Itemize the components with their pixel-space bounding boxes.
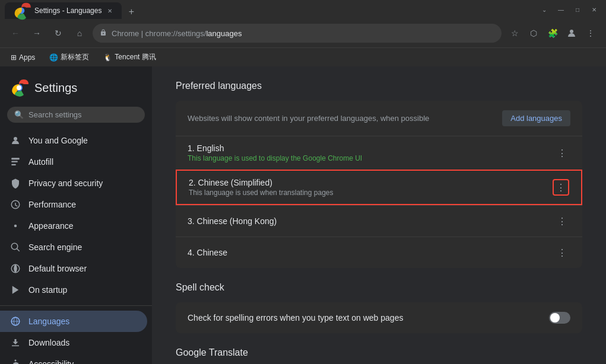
bookmark-new-tab[interactable]: 🌐 新标签页 bbox=[46, 51, 93, 63]
maximize-button[interactable]: □ bbox=[570, 2, 585, 17]
browser-icon bbox=[9, 263, 21, 274]
languages-icon bbox=[9, 315, 21, 327]
addressbar-row: ← → ↻ ⌂ Chrome | chrome://settings/langu… bbox=[0, 19, 606, 47]
tab-close-button[interactable]: ✕ bbox=[105, 6, 115, 15]
spell-check-label: Check for spelling errors when you type … bbox=[188, 313, 403, 323]
svg-marker-12 bbox=[12, 286, 19, 294]
back-button[interactable]: ← bbox=[7, 25, 24, 41]
preferred-languages-title: Preferred languages bbox=[176, 81, 582, 91]
sidebar-item-appearance[interactable]: Appearance bbox=[0, 215, 147, 237]
search-container: 🔍 Search settings bbox=[0, 107, 152, 130]
accessibility-icon bbox=[9, 358, 21, 364]
active-tab[interactable]: Settings - Languages ✕ bbox=[5, 2, 122, 19]
globe-icon: 🌐 bbox=[49, 53, 58, 62]
lang-name-chinese-simplified: 2. Chinese (Simplified) bbox=[189, 178, 553, 187]
window-controls: ⌄ — □ ✕ bbox=[537, 2, 601, 17]
sidebar-item-on-startup[interactable]: On startup bbox=[0, 279, 147, 301]
refresh-button[interactable]: ↻ bbox=[50, 25, 66, 41]
address-bar[interactable]: Chrome | chrome://settings/languages bbox=[93, 24, 502, 43]
minimize-button[interactable]: — bbox=[554, 2, 568, 17]
chrome-logo bbox=[9, 78, 28, 97]
sidebar-divider-1 bbox=[0, 305, 152, 306]
lang-card-header: Websites will show content in your prefe… bbox=[176, 101, 582, 136]
tab-title: Settings - Languages bbox=[34, 7, 101, 15]
apps-grid-icon: ⊞ bbox=[11, 53, 17, 62]
sidebar-item-privacy-security[interactable]: Privacy and security bbox=[0, 173, 147, 194]
sidebar: Settings 🔍 Search settings You and Googl… bbox=[0, 66, 152, 364]
titlebar: Settings - Languages ✕ + ⌄ — □ ✕ bbox=[0, 0, 606, 19]
search-engine-icon bbox=[9, 241, 21, 253]
appearance-icon bbox=[9, 220, 21, 232]
sidebar-label-you-and-google: You and Google bbox=[28, 136, 88, 145]
sidebar-item-you-and-google[interactable]: You and Google bbox=[0, 130, 147, 151]
google-translate-title: Google Translate bbox=[176, 347, 582, 358]
sidebar-item-downloads[interactable]: Downloads bbox=[0, 332, 147, 353]
profile-icon[interactable] bbox=[563, 25, 580, 41]
sidebar-label-privacy: Privacy and security bbox=[28, 178, 103, 188]
lang-menu-button-chinese[interactable]: ⋮ bbox=[554, 244, 570, 261]
lang-desc-english: This language is used to display the Goo… bbox=[188, 154, 554, 162]
bookmark-newtab-label: 新标签页 bbox=[61, 52, 89, 62]
language-item-chinese[interactable]: 4. Chinese ⋮ bbox=[176, 237, 582, 268]
sidebar-label-appearance: Appearance bbox=[28, 221, 74, 231]
sidebar-label-languages: Languages bbox=[28, 317, 69, 326]
new-tab-button[interactable]: + bbox=[124, 5, 138, 19]
lang-name-chinese-hongkong: 3. Chinese (Hong Kong) bbox=[188, 216, 554, 226]
lang-name-chinese: 4. Chinese bbox=[188, 248, 554, 257]
lang-menu-button-english[interactable]: ⋮ bbox=[554, 145, 570, 161]
preferred-languages-card: Websites will show content in your prefe… bbox=[176, 101, 582, 268]
extension-puzzle-icon[interactable]: 🧩 bbox=[544, 25, 561, 41]
search-bar[interactable]: 🔍 Search settings bbox=[7, 107, 145, 123]
language-item-chinese-simplified[interactable]: 2. Chinese (Simplified) This language is… bbox=[176, 170, 582, 205]
spell-check-section: Spell check Check for spelling errors wh… bbox=[176, 282, 582, 333]
chrome-label: Chrome bbox=[112, 29, 139, 38]
lang-info-chinese: 4. Chinese bbox=[188, 248, 554, 257]
sidebar-item-languages[interactable]: Languages bbox=[0, 311, 147, 332]
screenshot-icon[interactable]: ⬡ bbox=[525, 25, 542, 41]
sidebar-label-search-engine: Search engine bbox=[28, 242, 82, 252]
lock-icon bbox=[100, 29, 107, 38]
bookmark-icon[interactable]: ☆ bbox=[506, 25, 523, 41]
svg-point-14 bbox=[15, 360, 17, 362]
url-separator: | chrome://settings/ bbox=[139, 29, 206, 38]
bookmark-apps-label: Apps bbox=[19, 53, 35, 62]
tab-favicon bbox=[12, 1, 31, 20]
bookmark-tencent[interactable]: 🐧 Tencent 腾讯 bbox=[100, 51, 159, 63]
sidebar-item-autofill[interactable]: Autofill bbox=[0, 151, 147, 173]
lang-menu-button-chinese-simplified[interactable]: ⋮ bbox=[553, 179, 569, 196]
toolbar-icons: ☆ ⬡ 🧩 ⋮ bbox=[506, 25, 599, 41]
sidebar-item-default-browser[interactable]: Default browser bbox=[0, 258, 147, 279]
add-languages-button[interactable]: Add languages bbox=[502, 110, 570, 126]
language-item-chinese-hongkong[interactable]: 3. Chinese (Hong Kong) ⋮ bbox=[176, 205, 582, 237]
menu-icon[interactable]: ⋮ bbox=[582, 25, 599, 41]
tab-area: Settings - Languages ✕ + bbox=[5, 0, 532, 19]
home-button[interactable]: ⌂ bbox=[71, 25, 88, 41]
forward-button[interactable]: → bbox=[28, 25, 45, 41]
lang-info-english: 1. English This language is used to disp… bbox=[188, 143, 554, 162]
lang-name-english: 1. English bbox=[188, 143, 554, 153]
language-item-english[interactable]: 1. English This language is used to disp… bbox=[176, 136, 582, 170]
startup-icon bbox=[9, 284, 21, 296]
address-url: Chrome | chrome://settings/languages bbox=[112, 29, 242, 38]
close-button[interactable]: ✕ bbox=[587, 2, 601, 17]
chevron-down-icon[interactable]: ⌄ bbox=[537, 2, 551, 17]
lang-info-chinese-simplified: 2. Chinese (Simplified) This language is… bbox=[189, 178, 553, 197]
bookmark-apps[interactable]: ⊞ Apps bbox=[7, 52, 39, 63]
lang-menu-button-chinese-hongkong[interactable]: ⋮ bbox=[554, 213, 570, 229]
performance-icon bbox=[9, 199, 21, 210]
sidebar-label-downloads: Downloads bbox=[28, 338, 69, 347]
svg-rect-6 bbox=[11, 161, 18, 162]
sidebar-item-accessibility[interactable]: Accessibility bbox=[0, 353, 147, 364]
content-area: Preferred languages Websites will show c… bbox=[152, 66, 606, 364]
svg-point-8 bbox=[14, 225, 17, 228]
spell-check-card: Check for spelling errors when you type … bbox=[176, 302, 582, 333]
sidebar-item-search-engine[interactable]: Search engine bbox=[0, 237, 147, 258]
spell-check-toggle[interactable] bbox=[549, 312, 570, 324]
svg-point-4 bbox=[14, 137, 17, 141]
main-area: Settings 🔍 Search settings You and Googl… bbox=[0, 66, 606, 364]
search-placeholder: Search settings bbox=[28, 110, 82, 119]
person-icon bbox=[9, 135, 21, 146]
sidebar-label-accessibility: Accessibility bbox=[28, 359, 74, 364]
sidebar-item-performance[interactable]: Performance bbox=[0, 194, 147, 215]
svg-rect-5 bbox=[11, 158, 20, 159]
